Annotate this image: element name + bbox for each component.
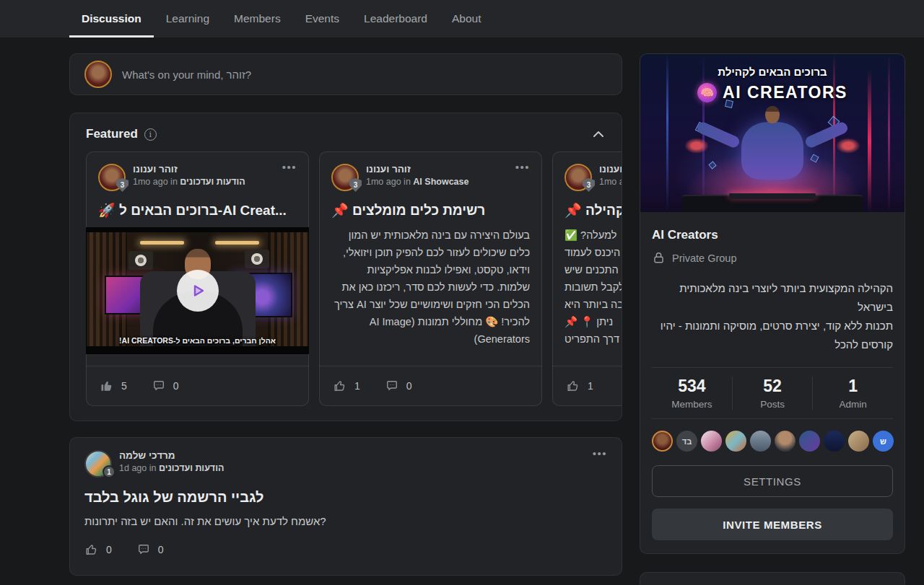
tab-members[interactable]: Members — [222, 0, 293, 38]
comment-button[interactable] — [152, 379, 166, 393]
thumbs-up-icon — [84, 542, 99, 557]
author-avatar[interactable]: 3 — [98, 164, 126, 191]
video-caption: אהלן חברים, ברוכים הבאים ל-AI CREATORS! — [86, 336, 309, 345]
featured-card-tools[interactable]: 3 זוהר וענונו 1mo ago in AI Showcase •••… — [319, 151, 542, 406]
stat-posts[interactable]: 52 Posts — [732, 377, 813, 410]
post-title[interactable]: לגביי הרשמה של גוגל בלבד — [84, 489, 607, 506]
member-avatar[interactable] — [775, 431, 796, 452]
featured-card-rules[interactable]: 3 זוהר וענונו 1mo ago in 📌 הקהילה למעלה?… — [552, 151, 622, 406]
post-body: בעולם היצירה עם בינה מלאכותית יש המון כל… — [331, 226, 530, 348]
cover-welcome-text: ברוכים הבאים לקהילת — [640, 66, 905, 78]
post-title[interactable]: 📌 הקהילה — [565, 202, 622, 219]
leaderboard-card: Leaderboard (30-days) — [640, 572, 905, 585]
space-link[interactable]: הודעות ועדכונים — [180, 177, 245, 187]
member-avatar[interactable] — [799, 431, 820, 452]
post-menu-icon[interactable]: ••• — [282, 164, 297, 171]
invite-members-button[interactable]: INVITE MEMBERS — [652, 509, 893, 540]
stat-admin[interactable]: 1 Admin — [812, 377, 893, 410]
level-badge: 3 — [583, 178, 595, 192]
comment-button[interactable] — [385, 379, 399, 393]
info-icon[interactable]: i — [144, 128, 157, 141]
member-avatar[interactable] — [848, 431, 869, 452]
level-badge: 3 — [349, 178, 362, 192]
tab-discussion[interactable]: Discussion — [69, 0, 154, 38]
like-button[interactable] — [100, 379, 114, 393]
chevron-up-icon — [593, 131, 604, 138]
author-avatar[interactable]: 1 — [84, 450, 112, 478]
post-menu-icon[interactable]: ••• — [515, 164, 530, 171]
brain-logo-icon: 🧠 — [697, 83, 717, 102]
composer-placeholder: What's on your mind, זוהר? — [122, 69, 251, 81]
like-count: 5 — [121, 380, 127, 392]
comment-count: 0 — [158, 544, 164, 555]
member-avatar[interactable] — [750, 431, 771, 452]
author-avatar[interactable]: 3 — [565, 164, 592, 191]
thumbs-up-filled-icon — [100, 379, 114, 393]
post-title[interactable]: 📌 רשימת כלים מומלצים — [331, 202, 530, 219]
cover-figure — [741, 122, 803, 180]
stat-members[interactable]: 534 Members — [652, 377, 732, 410]
level-badge: 3 — [116, 178, 128, 192]
collapse-featured-button[interactable] — [593, 131, 604, 138]
member-avatar-initials[interactable]: ש — [873, 431, 894, 452]
comment-count: 0 — [406, 380, 412, 392]
tab-about[interactable]: About — [440, 0, 494, 38]
lock-icon — [652, 251, 666, 265]
member-avatar[interactable] — [701, 431, 722, 452]
tab-events[interactable]: Events — [293, 0, 352, 38]
post-time: 1mo ago in — [366, 177, 411, 187]
post-body: למעלה? ✅ היכנס לעמוד התכנים שיש לקבל תשו… — [565, 226, 622, 348]
member-avatars: בד ש — [652, 431, 893, 452]
group-stats: 534 Members 52 Posts 1 Admin — [652, 367, 893, 419]
privacy-label: Private Group — [672, 252, 736, 264]
like-button[interactable] — [84, 542, 99, 557]
author-avatar[interactable]: 3 — [331, 164, 359, 191]
comment-icon — [152, 379, 166, 393]
thumbs-up-icon — [566, 379, 580, 393]
author-name[interactable]: זוהר וענונו — [133, 164, 275, 175]
featured-title: Featured — [86, 127, 138, 141]
like-count: 1 — [588, 380, 593, 392]
featured-card-welcome[interactable]: 3 זוהר וענונו 1mo ago in הודעות ועדכונים… — [86, 151, 309, 406]
comment-icon — [385, 379, 399, 393]
post-composer[interactable]: What's on your mind, זוהר? — [69, 53, 622, 95]
post-menu-icon[interactable]: ••• — [593, 450, 607, 457]
comment-icon — [136, 542, 151, 557]
post-google-signup[interactable]: 1 מרדכי שלמה 1d ago in הודעות ועדכונים •… — [69, 437, 622, 576]
video-thumbnail[interactable]: אהלן חברים, ברוכים הבאים ל-AI CREATORS! — [86, 227, 309, 354]
post-body: אשמח לדעת איך עושים את זה. והאם יש בזה י… — [84, 515, 607, 527]
like-button[interactable] — [333, 379, 347, 393]
group-description-line2: תכנות ללא קוד, יצירת סרטים, מוסיקה ותמונ… — [652, 317, 893, 354]
post-time: 1mo ago in — [599, 177, 622, 187]
like-count: 0 — [106, 544, 112, 555]
top-nav: Discussion Learning Members Events Leade… — [0, 0, 924, 38]
author-name[interactable]: מרדכי שלמה — [119, 450, 585, 461]
cover-brand-text: AI CREATORS — [723, 83, 847, 102]
comment-count: 0 — [173, 380, 179, 392]
settings-button[interactable]: SETTINGS — [652, 465, 893, 497]
author-name[interactable]: זוהר וענונו — [599, 164, 622, 175]
member-avatar-initials[interactable]: בד — [676, 431, 697, 452]
member-avatar[interactable] — [652, 431, 673, 452]
group-cover-image: ברוכים הבאים לקהילת 🧠 AI CREATORS — [640, 54, 905, 212]
post-title[interactable]: 🚀 ברוכים הבאים ל-AI Creat... — [98, 202, 297, 219]
group-name: AI Creators — [652, 228, 893, 242]
member-avatar[interactable] — [725, 431, 746, 452]
tab-leaderboard[interactable]: Leaderboard — [352, 0, 440, 38]
play-button[interactable] — [177, 270, 219, 312]
featured-section: Featured i 3 זוהר וענונו 1mo ago in הודע… — [69, 113, 622, 421]
level-badge: 1 — [103, 465, 116, 478]
author-name[interactable]: זוהר וענונו — [366, 164, 508, 175]
like-count: 1 — [354, 380, 360, 392]
play-icon — [188, 281, 207, 300]
comment-button[interactable] — [136, 542, 151, 557]
group-info-card: ברוכים הבאים לקהילת 🧠 AI CREATORS AI Cre… — [640, 53, 905, 554]
space-link[interactable]: הודעות ועדכונים — [159, 463, 224, 473]
current-user-avatar — [84, 61, 112, 88]
member-avatar[interactable] — [824, 431, 845, 452]
like-button[interactable] — [566, 379, 580, 393]
post-time: 1mo ago in — [133, 177, 178, 187]
space-link[interactable]: AI Showcase — [413, 177, 468, 187]
post-time: 1d ago in — [119, 463, 156, 473]
tab-learning[interactable]: Learning — [154, 0, 222, 38]
